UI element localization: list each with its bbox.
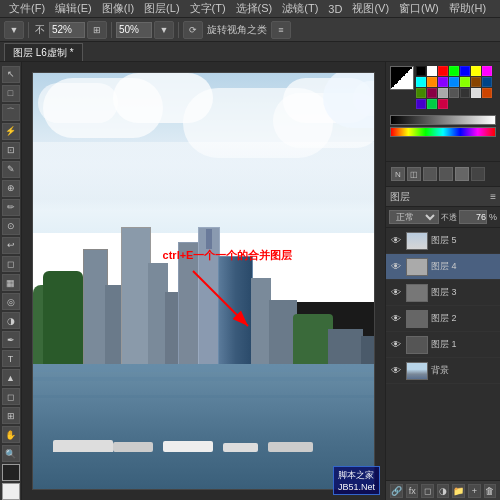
color-swatch[interactable] [471, 77, 481, 87]
blend-mode-select[interactable]: 正常 [389, 210, 439, 224]
tool-move[interactable]: ↖ [2, 66, 20, 83]
menu-filter[interactable]: 滤镜(T) [277, 1, 323, 16]
tool-hand[interactable]: ✋ [2, 426, 20, 443]
color-swatch[interactable] [449, 66, 459, 76]
size-input[interactable] [116, 22, 152, 38]
toolbar-select-btn[interactable]: ▼ [4, 21, 24, 39]
tool-bg-color[interactable] [2, 483, 20, 500]
dissolve-icon[interactable]: ◫ [407, 167, 421, 181]
color-swatches-panel [386, 62, 500, 162]
tool-3d[interactable]: ⊞ [2, 407, 20, 424]
color-swatch[interactable] [449, 77, 459, 87]
tool-brush[interactable]: ✏ [2, 199, 20, 216]
delete-layer-btn[interactable]: 🗑 [484, 484, 496, 498]
tool-healing[interactable]: ⊕ [2, 180, 20, 197]
color-swatch[interactable] [427, 77, 437, 87]
color-swatch[interactable] [460, 88, 470, 98]
menu-window[interactable]: 窗口(W) [394, 1, 444, 16]
tool-dodge[interactable]: ◑ [2, 312, 20, 329]
color-swatch[interactable] [438, 99, 448, 109]
tool-blur[interactable]: ◎ [2, 293, 20, 310]
tool-magic-wand[interactable]: ⚡ [2, 123, 20, 140]
blend-icon-3[interactable] [423, 167, 437, 181]
layers-header-icons: ≡ [490, 191, 496, 202]
tool-eraser[interactable]: ◻ [2, 256, 20, 273]
tool-marquee[interactable]: □ [2, 85, 20, 102]
layer-eye-icon[interactable]: 👁 [389, 260, 403, 274]
canvas-wrapper: ctrl+E一个一个的合并图层 [32, 72, 375, 490]
menu-image[interactable]: 图像(I) [97, 1, 139, 16]
normal-icon[interactable]: N [391, 167, 405, 181]
blend-icon-4[interactable] [439, 167, 453, 181]
layer-item[interactable]: 👁图层 1 [386, 332, 500, 358]
tool-gradient[interactable]: ▦ [2, 274, 20, 291]
color-swatch[interactable] [427, 99, 437, 109]
color-swatch[interactable] [427, 66, 437, 76]
menu-3d[interactable]: 3D [323, 3, 347, 15]
new-layer-btn[interactable]: + [468, 484, 480, 498]
tool-path-select[interactable]: ▲ [2, 369, 20, 386]
blend-icon-5[interactable] [455, 167, 469, 181]
tool-eyedropper[interactable]: ✎ [2, 161, 20, 178]
menu-layer[interactable]: 图层(L) [139, 1, 184, 16]
color-swatch[interactable] [471, 88, 481, 98]
layer-eye-icon[interactable]: 👁 [389, 364, 403, 378]
color-swatch[interactable] [416, 99, 426, 109]
layer-item[interactable]: 👁图层 4 [386, 254, 500, 280]
color-swatch[interactable] [416, 77, 426, 87]
color-swatch[interactable] [460, 66, 470, 76]
color-swatch[interactable] [482, 77, 492, 87]
tool-crop[interactable]: ⊡ [2, 142, 20, 159]
color-swatch[interactable] [438, 88, 448, 98]
color-swatch[interactable] [416, 88, 426, 98]
zoom-label: 不 [33, 23, 47, 37]
menu-help[interactable]: 帮助(H) [444, 1, 491, 16]
new-fill-adj-btn[interactable]: ◑ [437, 484, 449, 498]
color-swatch[interactable] [449, 88, 459, 98]
rotate-btn[interactable]: ⟳ [183, 21, 203, 39]
menu-view[interactable]: 视图(V) [347, 1, 394, 16]
color-swatch[interactable] [482, 66, 492, 76]
zoom-toggle-btn[interactable]: ⊞ [87, 21, 107, 39]
tool-zoom[interactable]: 🔍 [2, 445, 20, 462]
color-swatch[interactable] [482, 88, 492, 98]
color-swatch[interactable] [438, 66, 448, 76]
tool-shape[interactable]: ◻ [2, 388, 20, 405]
color-swatch[interactable] [427, 88, 437, 98]
size-toggle-btn[interactable]: ▼ [154, 21, 174, 39]
opacity-input[interactable] [459, 210, 487, 224]
menu-file[interactable]: 文件(F) [4, 1, 50, 16]
layer-eye-icon[interactable]: 👁 [389, 286, 403, 300]
blend-icon-6[interactable] [471, 167, 485, 181]
color-swatch[interactable] [460, 77, 470, 87]
layer-eye-icon[interactable]: 👁 [389, 234, 403, 248]
tool-extra-btn[interactable]: ≡ [271, 21, 291, 39]
layer-item[interactable]: 👁图层 3 [386, 280, 500, 306]
tool-history-brush[interactable]: ↩ [2, 237, 20, 254]
tool-lasso[interactable]: ⌒ [2, 104, 20, 121]
menu-text[interactable]: 文字(T) [185, 1, 231, 16]
zoom-input[interactable] [49, 22, 85, 38]
add-mask-btn[interactable]: ◻ [421, 484, 433, 498]
layer-item[interactable]: 👁图层 2 [386, 306, 500, 332]
color-swatch[interactable] [416, 66, 426, 76]
layer-eye-icon[interactable]: 👁 [389, 312, 403, 326]
color-swatch[interactable] [471, 66, 481, 76]
document-tab[interactable]: 图层 L6虚制 * [4, 43, 83, 61]
tool-pen[interactable]: ✒ [2, 331, 20, 348]
new-group-btn[interactable]: 📁 [452, 484, 465, 498]
opacity-control: 不透 % [441, 210, 497, 224]
tool-fg-color[interactable] [2, 464, 20, 481]
color-swatch[interactable] [438, 77, 448, 87]
layer-item[interactable]: 👁背景 [386, 358, 500, 384]
layer-item[interactable]: 👁图层 5 [386, 228, 500, 254]
layers-menu-icon[interactable]: ≡ [490, 191, 496, 202]
layer-eye-icon[interactable]: 👁 [389, 338, 403, 352]
tool-text[interactable]: T [2, 350, 20, 367]
tool-clone[interactable]: ⊙ [2, 218, 20, 235]
menu-select[interactable]: 选择(S) [231, 1, 278, 16]
link-layers-btn[interactable]: 🔗 [390, 484, 403, 498]
add-style-btn[interactable]: fx [406, 484, 418, 498]
fg-bg-color-indicator[interactable] [390, 66, 414, 90]
menu-edit[interactable]: 编辑(E) [50, 1, 97, 16]
